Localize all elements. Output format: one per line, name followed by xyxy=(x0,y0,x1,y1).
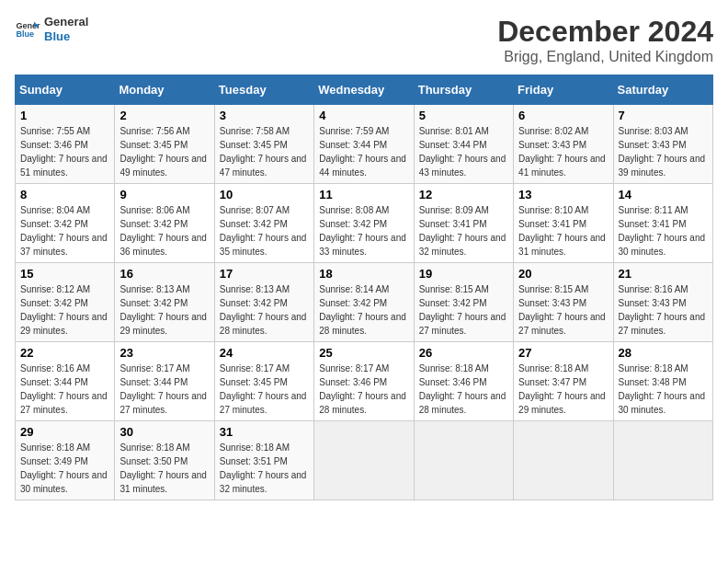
day-info: Sunrise: 7:55 AMSunset: 3:46 PMDaylight:… xyxy=(20,124,109,179)
day-info: Sunrise: 8:10 AMSunset: 3:41 PMDaylight:… xyxy=(518,203,608,259)
calendar-week-2: 8 Sunrise: 8:04 AMSunset: 3:42 PMDayligh… xyxy=(16,184,713,263)
day-number: 14 xyxy=(619,188,708,201)
day-number: 16 xyxy=(119,267,209,281)
day-number: 15 xyxy=(20,267,109,281)
day-number: 30 xyxy=(119,425,209,439)
calendar-cell: 9 Sunrise: 8:06 AMSunset: 3:42 PMDayligh… xyxy=(115,184,214,263)
main-title: December 2024 xyxy=(497,15,713,49)
page-header: General Blue General Blue December 2024 … xyxy=(15,15,713,65)
logo-line1: General xyxy=(44,15,88,29)
calendar-cell: 29 Sunrise: 8:18 AMSunset: 3:49 PMDaylig… xyxy=(16,421,115,500)
day-number: 1 xyxy=(20,109,109,122)
day-number: 27 xyxy=(518,346,608,360)
day-info: Sunrise: 8:17 AMSunset: 3:46 PMDaylight:… xyxy=(319,362,408,417)
day-info: Sunrise: 8:16 AMSunset: 3:44 PMDaylight:… xyxy=(20,362,109,417)
calendar-cell: 4 Sunrise: 7:59 AMSunset: 3:44 PMDayligh… xyxy=(314,105,414,184)
calendar-cell: 3 Sunrise: 7:58 AMSunset: 3:45 PMDayligh… xyxy=(214,105,313,184)
day-number: 9 xyxy=(119,188,209,201)
subtitle: Brigg, England, United Kingdom xyxy=(497,49,713,65)
calendar-cell: 13 Sunrise: 8:10 AMSunset: 3:41 PMDaylig… xyxy=(514,184,613,263)
day-info: Sunrise: 8:15 AMSunset: 3:42 PMDaylight:… xyxy=(419,282,508,338)
day-number: 28 xyxy=(619,346,708,360)
calendar-cell: 25 Sunrise: 8:17 AMSunset: 3:46 PMDaylig… xyxy=(314,342,414,421)
day-info: Sunrise: 8:18 AMSunset: 3:46 PMDaylight:… xyxy=(419,362,508,417)
day-number: 3 xyxy=(220,109,309,122)
calendar-week-3: 15 Sunrise: 8:12 AMSunset: 3:42 PMDaylig… xyxy=(16,263,713,342)
day-info: Sunrise: 8:07 AMSunset: 3:42 PMDaylight:… xyxy=(220,203,309,259)
col-header-saturday: Saturday xyxy=(613,75,712,105)
calendar-cell: 5 Sunrise: 8:01 AMSunset: 3:44 PMDayligh… xyxy=(414,105,513,184)
day-info: Sunrise: 8:14 AMSunset: 3:42 PMDaylight:… xyxy=(319,282,408,338)
day-info: Sunrise: 8:18 AMSunset: 3:51 PMDaylight:… xyxy=(220,441,309,496)
calendar-cell: 24 Sunrise: 8:17 AMSunset: 3:45 PMDaylig… xyxy=(214,342,313,421)
day-info: Sunrise: 8:13 AMSunset: 3:42 PMDaylight:… xyxy=(119,282,209,338)
calendar-cell: 6 Sunrise: 8:02 AMSunset: 3:43 PMDayligh… xyxy=(514,105,613,184)
day-info: Sunrise: 8:18 AMSunset: 3:47 PMDaylight:… xyxy=(518,362,608,417)
day-info: Sunrise: 8:02 AMSunset: 3:43 PMDaylight:… xyxy=(518,124,608,179)
svg-text:Blue: Blue xyxy=(16,29,34,39)
calendar-cell: 27 Sunrise: 8:18 AMSunset: 3:47 PMDaylig… xyxy=(514,342,613,421)
day-number: 2 xyxy=(119,109,209,122)
day-number: 7 xyxy=(619,109,708,122)
calendar-cell: 10 Sunrise: 8:07 AMSunset: 3:42 PMDaylig… xyxy=(214,184,313,263)
day-number: 24 xyxy=(220,346,309,360)
day-number: 20 xyxy=(518,267,608,281)
logo-line2: Blue xyxy=(44,29,88,44)
logo: General Blue General Blue xyxy=(15,15,88,43)
col-header-friday: Friday xyxy=(514,75,613,105)
calendar-table: SundayMondayTuesdayWednesdayThursdayFrid… xyxy=(15,75,713,500)
day-info: Sunrise: 8:17 AMSunset: 3:44 PMDaylight:… xyxy=(119,362,209,417)
calendar-cell: 22 Sunrise: 8:16 AMSunset: 3:44 PMDaylig… xyxy=(16,342,115,421)
day-number: 6 xyxy=(518,109,608,122)
day-info: Sunrise: 7:58 AMSunset: 3:45 PMDaylight:… xyxy=(220,124,309,179)
day-number: 21 xyxy=(619,267,708,281)
calendar-cell: 18 Sunrise: 8:14 AMSunset: 3:42 PMDaylig… xyxy=(314,263,414,342)
day-info: Sunrise: 8:16 AMSunset: 3:43 PMDaylight:… xyxy=(619,282,708,338)
col-header-wednesday: Wednesday xyxy=(314,75,414,105)
day-info: Sunrise: 7:59 AMSunset: 3:44 PMDaylight:… xyxy=(319,124,408,179)
day-number: 17 xyxy=(220,267,309,281)
day-info: Sunrise: 8:17 AMSunset: 3:45 PMDaylight:… xyxy=(220,362,309,417)
day-info: Sunrise: 8:18 AMSunset: 3:49 PMDaylight:… xyxy=(20,441,109,496)
calendar-week-5: 29 Sunrise: 8:18 AMSunset: 3:49 PMDaylig… xyxy=(16,421,713,500)
calendar-week-4: 22 Sunrise: 8:16 AMSunset: 3:44 PMDaylig… xyxy=(16,342,713,421)
day-info: Sunrise: 8:03 AMSunset: 3:43 PMDaylight:… xyxy=(619,124,708,179)
calendar-cell: 19 Sunrise: 8:15 AMSunset: 3:42 PMDaylig… xyxy=(414,263,513,342)
calendar-cell: 7 Sunrise: 8:03 AMSunset: 3:43 PMDayligh… xyxy=(613,105,712,184)
day-number: 29 xyxy=(20,425,109,439)
day-number: 19 xyxy=(419,267,508,281)
day-info: Sunrise: 8:18 AMSunset: 3:48 PMDaylight:… xyxy=(619,362,708,417)
calendar-cell: 14 Sunrise: 8:11 AMSunset: 3:41 PMDaylig… xyxy=(613,184,712,263)
calendar-cell: 1 Sunrise: 7:55 AMSunset: 3:46 PMDayligh… xyxy=(16,105,115,184)
calendar-cell xyxy=(414,421,513,500)
day-number: 10 xyxy=(220,188,309,201)
col-header-monday: Monday xyxy=(115,75,214,105)
day-info: Sunrise: 8:13 AMSunset: 3:42 PMDaylight:… xyxy=(220,282,309,338)
calendar-cell: 17 Sunrise: 8:13 AMSunset: 3:42 PMDaylig… xyxy=(214,263,313,342)
col-header-sunday: Sunday xyxy=(16,75,115,105)
calendar-cell xyxy=(514,421,613,500)
logo-icon: General Blue xyxy=(15,17,40,42)
title-block: December 2024 Brigg, England, United Kin… xyxy=(497,15,713,65)
day-number: 5 xyxy=(419,109,508,122)
day-info: Sunrise: 8:04 AMSunset: 3:42 PMDaylight:… xyxy=(20,203,109,259)
calendar-cell: 23 Sunrise: 8:17 AMSunset: 3:44 PMDaylig… xyxy=(115,342,214,421)
day-info: Sunrise: 8:12 AMSunset: 3:42 PMDaylight:… xyxy=(20,282,109,338)
day-number: 8 xyxy=(20,188,109,201)
calendar-cell: 2 Sunrise: 7:56 AMSunset: 3:45 PMDayligh… xyxy=(115,105,214,184)
calendar-week-1: 1 Sunrise: 7:55 AMSunset: 3:46 PMDayligh… xyxy=(16,105,713,184)
day-number: 12 xyxy=(419,188,508,201)
day-info: Sunrise: 7:56 AMSunset: 3:45 PMDaylight:… xyxy=(119,124,209,179)
day-number: 31 xyxy=(220,425,309,439)
calendar-cell: 12 Sunrise: 8:09 AMSunset: 3:41 PMDaylig… xyxy=(414,184,513,263)
calendar-cell: 28 Sunrise: 8:18 AMSunset: 3:48 PMDaylig… xyxy=(613,342,712,421)
calendar-cell: 15 Sunrise: 8:12 AMSunset: 3:42 PMDaylig… xyxy=(16,263,115,342)
calendar-cell: 11 Sunrise: 8:08 AMSunset: 3:42 PMDaylig… xyxy=(314,184,414,263)
day-info: Sunrise: 8:15 AMSunset: 3:43 PMDaylight:… xyxy=(518,282,608,338)
day-number: 26 xyxy=(419,346,508,360)
day-number: 25 xyxy=(319,346,408,360)
day-info: Sunrise: 8:01 AMSunset: 3:44 PMDaylight:… xyxy=(419,124,508,179)
day-info: Sunrise: 8:11 AMSunset: 3:41 PMDaylight:… xyxy=(619,203,708,259)
day-number: 22 xyxy=(20,346,109,360)
calendar-cell: 20 Sunrise: 8:15 AMSunset: 3:43 PMDaylig… xyxy=(514,263,613,342)
